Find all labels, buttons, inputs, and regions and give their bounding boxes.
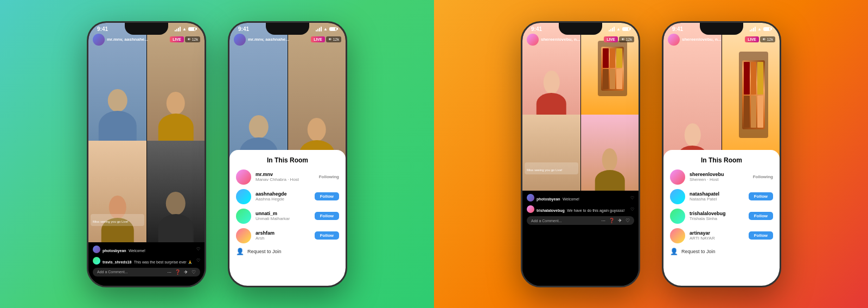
- follow-btn-2-2[interactable]: Follow: [315, 192, 339, 200]
- host-avatar-4: [668, 34, 680, 46]
- phone-1: 9:41 ▲ mr.mnv, aashnahe.: [87, 21, 206, 287]
- member-realname-4-3: Trishala Sinha: [690, 216, 744, 221]
- host-tag-2-1: · Host: [288, 177, 299, 182]
- host-username-2: mr.mnv, aashnahe...: [248, 37, 309, 42]
- bar4-2: [321, 27, 322, 32]
- time-3: 9:41: [531, 26, 542, 32]
- eye-icon-2: 👁: [328, 37, 332, 41]
- member-username-2-1: mr.mnv: [256, 172, 315, 177]
- comment-msg-3-2: We have to do this again guyssss!: [567, 209, 624, 212]
- panel-title-2: In This Room: [236, 156, 339, 164]
- phone-2: 9:41 ▲ mr.mnv, aashnahe.: [228, 21, 347, 287]
- host-username-1: mr.mnv, aashnahe...: [107, 37, 168, 42]
- status-icons-1: ▲: [175, 26, 196, 32]
- follow-btn-4-2[interactable]: Follow: [749, 192, 773, 200]
- comment-3-1: photosbyean Welcome! ♡: [527, 193, 634, 203]
- following-text-4-1: Following: [753, 174, 773, 179]
- member-info-4-3: trishalalovebug Trishala Sinha: [690, 211, 744, 221]
- video-cell-1-3: Miss seeing you go Live!: [88, 141, 146, 242]
- panel-title-4: In This Room: [670, 156, 773, 164]
- heart-icon-3-2: ♡: [630, 207, 634, 212]
- member-username-4-3: trishalalovebug: [690, 211, 744, 216]
- bar3-2: [319, 28, 320, 32]
- share-icon-3: ✈: [618, 218, 622, 223]
- member-info-2-4: arshfam Arsh: [256, 230, 310, 241]
- bar4: [180, 27, 181, 32]
- battery-icon-1: [188, 27, 196, 31]
- comment-msg-3-1: Welcome!: [563, 197, 579, 201]
- member-username-2-3: unnati_m: [256, 211, 310, 216]
- signal-bars-4: [750, 26, 756, 32]
- app-topbar-2: mr.mnv, aashnahe... LIVE 👁 12k: [229, 33, 346, 47]
- eye-icon-1: 👁: [187, 37, 191, 41]
- heart-icon-1-2: ♡: [196, 258, 200, 263]
- comment-avatar-3-1: [527, 194, 534, 202]
- phone-3: 9:41 ▲ shereenlovebu, n.: [521, 21, 640, 287]
- comment-avatar-1-1: [93, 246, 100, 253]
- share-icon-1: ✈: [184, 269, 188, 275]
- comment-msg-1-1: Welcome!: [129, 249, 145, 253]
- add-comment-bar-1[interactable]: Add a Comment... ··· ❓ ✈ ♡: [93, 268, 200, 276]
- following-text-2-1: Following: [319, 174, 339, 179]
- cell-content-1-3: Miss seeing you go Live!: [88, 141, 146, 242]
- comment-avatar-3-2: [527, 205, 534, 213]
- member-realname-2-2: Aashna Hegde: [256, 197, 310, 202]
- miss-seeing-3: Miss seeing you go Live!: [525, 162, 578, 174]
- heart-icon-3-1: ♡: [630, 196, 634, 200]
- member-username-2-2: aashnahegde: [256, 191, 310, 197]
- app-topbar-3: shereenlovebu, n... LIVE 👁 12k: [522, 33, 639, 47]
- follow-btn-2-3[interactable]: Follow: [315, 212, 339, 220]
- room-member-4-3: trishalalovebug Trishala Sinha Follow: [670, 209, 773, 224]
- room-member-2-2: aashnahegde Aashna Hegde Follow: [236, 189, 339, 204]
- add-comment-bar-3[interactable]: Add a Comment... ··· ❓ ✈ ♡: [527, 216, 634, 225]
- left-section: 9:41 ▲ mr.mnv, aashnahe.: [0, 0, 434, 308]
- viewers-count-1: 12k: [192, 37, 198, 41]
- member-realname-2-4: Arsh: [256, 236, 310, 241]
- member-username-2-4: arshfam: [256, 230, 310, 236]
- bar2-2: [317, 29, 318, 32]
- request-join-2[interactable]: 👤 Request to Join: [236, 248, 339, 255]
- follow-btn-4-3[interactable]: Follow: [749, 212, 773, 220]
- member-info-2-2: aashnahegde Aashna Hegde: [256, 191, 310, 202]
- bar3: [178, 28, 179, 32]
- miss-seeing-1: Miss seeing you go Live!: [91, 214, 144, 226]
- live-badge-4: LIVE: [745, 36, 759, 42]
- cell-content-1-4: [147, 141, 205, 242]
- bottom-icons-1: ··· ❓ ✈ ♡: [167, 269, 196, 275]
- viewers-badge-1: 👁 12k: [185, 36, 200, 42]
- member-info-4-2: natashapatel Natasha Patel: [690, 191, 744, 202]
- dots-icon-1: ···: [167, 269, 171, 275]
- live-badge-3: LIVE: [604, 36, 618, 42]
- comment-avatar-1-2: [93, 257, 100, 265]
- status-bar-4: 9:41 ▲: [663, 23, 780, 33]
- battery-icon-3: [622, 27, 630, 31]
- eye-icon-3: 👁: [621, 37, 625, 41]
- member-realname-2-1: Manav Chhabra · Host: [256, 177, 315, 182]
- follow-btn-4-4[interactable]: Follow: [749, 231, 773, 240]
- bar2: [176, 29, 177, 32]
- comments-area-3: photosbyean Welcome! ♡ trishalalovebug W…: [522, 191, 639, 285]
- bar1: [175, 30, 176, 32]
- comment-text-wrap-3-2: trishalalovebug We have to do this again…: [537, 204, 630, 214]
- viewers-badge-4: 👁 12k: [760, 36, 775, 42]
- member-username-4-2: natashapatel: [690, 191, 744, 197]
- battery-fill-3: [623, 28, 628, 30]
- live-badge-2: LIVE: [311, 36, 325, 42]
- video-cell-3-3: Miss seeing you go Live!: [522, 115, 580, 191]
- battery-icon-2: [329, 27, 337, 31]
- comment-3-2: trishalalovebug We have to do this again…: [527, 204, 634, 214]
- comment-text-wrap-1-2: travis_shreds18 This was the best surpri…: [103, 256, 196, 266]
- bottom-video-row-1: Miss seeing you go Live!: [88, 141, 205, 242]
- follow-btn-2-4[interactable]: Follow: [315, 231, 339, 240]
- signal-bars-3: [609, 26, 615, 32]
- comment-text-wrap-1-1: photosbyean Welcome!: [103, 244, 196, 254]
- host-tag-4-1: · Host: [707, 177, 718, 182]
- member-avatar-2-1: [236, 169, 251, 185]
- room-member-2-1: mr.mnv Manav Chhabra · Host Following: [236, 169, 339, 185]
- member-avatar-4-1: [670, 169, 685, 185]
- phone-2-screen: 9:41 ▲ mr.mnv, aashnahe.: [229, 23, 346, 286]
- member-username-4-1: shereenlovebu: [690, 172, 749, 177]
- in-this-room-panel-4: In This Room shereenlovebu Shereen · Hos…: [663, 150, 780, 286]
- dots-icon-3: ···: [601, 218, 605, 223]
- request-join-4[interactable]: 👤 Request to Join: [670, 248, 773, 255]
